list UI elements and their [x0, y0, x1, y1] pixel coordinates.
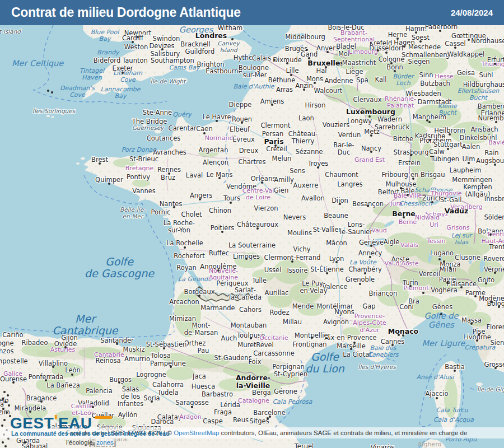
map-label: Boulogne- sur-Mer: [239, 64, 271, 79]
map-label: Millau: [283, 319, 302, 326]
city-dot: [274, 144, 277, 147]
map-label: Daroca: [151, 418, 174, 426]
map-label: Weston: [124, 44, 148, 51]
city-dot: [494, 272, 496, 274]
map-label: La Corogne: [0, 340, 14, 347]
city-dot: [267, 417, 269, 419]
city-dot: [273, 59, 276, 61]
map-label: León: [65, 367, 81, 374]
city-dot: [385, 52, 388, 54]
map-label: Braga: [0, 401, 4, 408]
map-label: Vierzon: [254, 205, 278, 212]
map-label: Hythe: [234, 54, 253, 62]
city-dot: [494, 367, 497, 369]
city-dot: [403, 216, 405, 218]
city-dot: [132, 41, 134, 43]
map-label: Liège: [346, 68, 363, 76]
city-dot: [391, 344, 394, 346]
map-label: Lérida: [220, 402, 240, 409]
city-dot: [403, 45, 405, 48]
map-label: The Bridge: [132, 118, 167, 125]
map-label: Salas de los Infantes: [118, 386, 144, 408]
map-label: Bracknell: [180, 41, 210, 48]
map-label: Auxerre: [293, 182, 319, 189]
map-label: Laon: [298, 115, 314, 122]
map-label: Île de Wight: [151, 78, 186, 85]
map-label: Gien: [274, 187, 288, 194]
city-dot: [325, 66, 327, 68]
logo-apostrophe: ': [54, 411, 58, 430]
map-label: St-Gaudens: [214, 354, 251, 362]
map-label: Caspe: [203, 418, 222, 425]
city-dot: [3, 391, 6, 393]
map-label: Tübingen: [430, 156, 459, 163]
city-dot: [203, 132, 206, 134]
map-label: Hesse: [435, 73, 453, 80]
city-dot: [245, 258, 248, 260]
map-label: Galice: [3, 371, 22, 377]
map-label: Hirson: [305, 102, 326, 109]
map-label: Lons- le-Saunier: [340, 221, 372, 236]
map-label: Alençon: [203, 159, 228, 166]
map-label: Geisa: [457, 69, 475, 77]
city-dot: [353, 342, 356, 344]
city-dot: [470, 323, 473, 325]
map-label: Mâcon: [326, 240, 347, 247]
map-label: Pau: [198, 347, 209, 354]
map-label: Schaffhouse: [414, 187, 452, 194]
map-label: Caen: [196, 125, 212, 133]
map-label: Eastbourne: [206, 68, 242, 75]
map-label: Deadman's Cove: [60, 85, 95, 99]
map-label: Occitanie: [259, 335, 288, 342]
map-label: Briançon: [369, 290, 398, 297]
map-label: Uri: [430, 222, 438, 228]
map-label: Nidwald: [415, 214, 440, 221]
map-label: Amurrio: [124, 356, 150, 363]
map-label: Orléans: [251, 175, 276, 183]
map-label: Schmallenberg: [402, 52, 450, 59]
city-dot: [7, 394, 9, 396]
map-label: Brighton: [197, 61, 224, 68]
map-label: Sinn: [419, 72, 433, 79]
city-dot: [40, 400, 43, 403]
city-dot: [495, 121, 497, 123]
map-label: Rodez: [270, 309, 290, 316]
map-viewport[interactable]: Flat IslandGeorgesBlue Pool BayNewportCa…: [0, 25, 504, 448]
map-label: Bar-le- Duc: [333, 142, 354, 156]
map-label: Moulins: [287, 230, 312, 237]
map-label: Wadern: [377, 116, 402, 123]
city-dot: [311, 337, 313, 339]
map-label: Baie d'Authie: [233, 83, 274, 90]
map-label: Pforzheim: [419, 137, 452, 144]
map-label: Spa: [356, 77, 368, 84]
city-dot: [468, 39, 470, 41]
map-label: Nuremberg: [478, 115, 504, 122]
city-dot: [485, 282, 487, 284]
map-label: Issoire: [287, 267, 307, 274]
map-label: La Bañeza: [46, 382, 80, 389]
map-label: Cala d'Acqua: [433, 417, 474, 423]
city-dot: [339, 203, 341, 205]
page-title: Contrat de milieu Dordogne Atlantique: [11, 5, 241, 20]
city-dot: [2, 398, 4, 400]
map-label: Mer Cantabrique: [53, 313, 118, 337]
map-label: St-Gall: [440, 197, 462, 204]
map-label: St-Vallier: [313, 226, 342, 234]
map-label: Vaud: [371, 227, 386, 234]
map-label: Foix: [248, 358, 261, 366]
city-dot: [396, 38, 399, 40]
map-label: La Voûte: [349, 259, 376, 266]
openstreetmap-link[interactable]: OpenStreetMap: [174, 429, 219, 437]
gesteau-logo[interactable]: GEST'EAU: [10, 414, 112, 431]
map-label: Créteil: [266, 146, 287, 153]
map-label: Laval: [186, 172, 203, 179]
zones-humides-link[interactable]: zones: [96, 438, 114, 446]
map-label: Melun: [272, 155, 292, 162]
map-label: Schwyz: [425, 211, 448, 218]
map-label: Nyons: [334, 309, 354, 316]
map-label: Gijón: [61, 334, 78, 342]
map-label: Aix-en-Provence: [324, 334, 376, 342]
city-dot: [184, 246, 186, 249]
map-label: Vannes: [132, 188, 156, 195]
map-label: Calahorra: [152, 381, 184, 389]
